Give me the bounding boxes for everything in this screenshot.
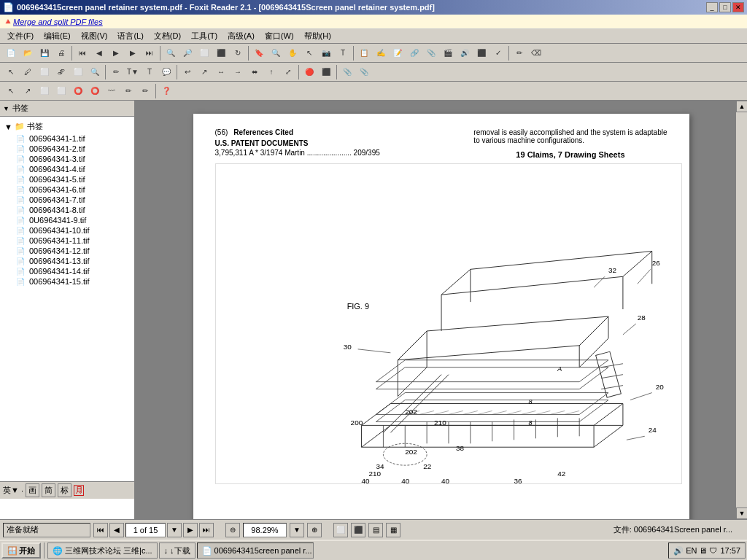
annot-btn21[interactable]: 📎	[356, 64, 372, 80]
print-button[interactable]: 🖨	[53, 45, 69, 61]
form-button[interactable]: 📋	[356, 45, 372, 61]
menu-advanced[interactable]: 高级(A)	[223, 29, 259, 43]
fit-page-button[interactable]: ⬛	[213, 45, 229, 61]
annot-btn15[interactable]: ⬌	[247, 64, 263, 80]
annot-btn3[interactable]: ⬜	[36, 64, 53, 80]
view-btn4[interactable]: ▦	[386, 523, 400, 537]
maximize-button[interactable]: □	[719, 2, 731, 12]
taskbar-btn-pdf[interactable]: 📄 0069643415creen panel r...	[197, 542, 314, 559]
link-button[interactable]: 🔗	[406, 45, 422, 61]
sidebar-item-6[interactable]: 📄006964341-6.tif	[13, 184, 133, 195]
view-btn1[interactable]: ⬜	[333, 523, 348, 537]
annot-btn10[interactable]: 💬	[158, 64, 174, 80]
first-page-nav[interactable]: ⏮	[93, 523, 108, 537]
fit-width-button[interactable]: ⬜	[196, 45, 212, 61]
draw-btn5[interactable]: ⭕	[70, 83, 86, 99]
sidebar-item-2[interactable]: 📄006964341-2.tif	[13, 144, 133, 154]
menu-view[interactable]: 视图(V)	[77, 29, 112, 43]
draw-btn2[interactable]: ↗	[20, 83, 36, 99]
annot-btn20[interactable]: 📎	[339, 64, 355, 80]
draw-btn3[interactable]: ⬜	[36, 83, 53, 99]
annot-btn13[interactable]: ↔	[213, 64, 229, 80]
menu-tools[interactable]: 工具(T)	[187, 29, 222, 43]
ime-btn-draw[interactable]: 画	[26, 483, 39, 497]
open-button[interactable]: 📂	[20, 45, 36, 61]
menu-document[interactable]: 文档(D)	[150, 29, 185, 43]
sign-button[interactable]: ✍	[373, 45, 389, 61]
draw-btn8[interactable]: ✏	[120, 83, 136, 99]
annot-btn19[interactable]: ⬛	[318, 64, 334, 80]
annot-btn9[interactable]: T	[142, 64, 158, 80]
annot-btn4[interactable]: 🖇	[53, 64, 69, 80]
select-button[interactable]: ↖	[301, 45, 317, 61]
movie-button[interactable]: 🎬	[440, 45, 456, 61]
annot-btn8[interactable]: T▼	[125, 64, 141, 80]
first-page-button[interactable]: ⏮	[74, 45, 90, 61]
ime-btn-simplified[interactable]: 简	[42, 483, 55, 497]
annot-btn5[interactable]: ⬜	[70, 64, 86, 80]
taskbar-btn-forum[interactable]: 🌐 三维网技术论坛 三维|c...	[47, 542, 158, 559]
select-annot-button[interactable]: ↖	[3, 64, 19, 80]
bookmark-button[interactable]: 🔖	[251, 45, 267, 61]
sound-button[interactable]: 🔊	[457, 45, 473, 61]
pencil-icon[interactable]: ✏	[511, 45, 527, 61]
view-btn2[interactable]: ⬛	[351, 523, 365, 537]
annot-btn17[interactable]: ⤢	[280, 64, 296, 80]
zoom-out-status[interactable]: ⊖	[225, 523, 240, 537]
play-button[interactable]: ▶	[108, 45, 124, 61]
page-input[interactable]: 1 of 15	[125, 523, 166, 537]
note-button[interactable]: 📝	[390, 45, 406, 61]
sidebar-item-13[interactable]: 📄006964341-13.tif	[13, 256, 133, 266]
annot-btn16[interactable]: ↑	[263, 64, 279, 80]
next-page-button[interactable]: ▶	[125, 45, 141, 61]
zoom-out-button[interactable]: 🔍	[163, 45, 179, 61]
sidebar-item-14[interactable]: 📄006964341-14.tif	[13, 266, 133, 276]
last-page-nav[interactable]: ⏭	[199, 523, 214, 537]
menu-help[interactable]: 帮助(H)	[300, 29, 336, 43]
snapshot-button[interactable]: 📷	[318, 45, 334, 61]
zoom-in-button[interactable]: 🔎	[179, 45, 196, 61]
scroll-down-button[interactable]: ▼	[736, 508, 747, 519]
scroll-up-button[interactable]: ▲	[736, 101, 747, 112]
ime-btn-standard[interactable]: 标	[58, 483, 71, 497]
stamp-button[interactable]: 🔴	[301, 64, 317, 80]
annot-btn14[interactable]: →	[230, 64, 246, 80]
checkmark-button[interactable]: ✓	[490, 45, 506, 61]
redact-button[interactable]: ⬛	[473, 45, 489, 61]
prev-page-nav[interactable]: ◀	[109, 523, 124, 537]
tree-root[interactable]: ▼ 📁 书签	[1, 120, 133, 133]
prev-page-button[interactable]: ◀	[91, 45, 107, 61]
eraser-icon[interactable]: ⌫	[528, 45, 544, 61]
view-btn3[interactable]: ▤	[368, 523, 383, 537]
draw-btn7[interactable]: 〰	[104, 83, 120, 99]
start-button[interactable]: 🪟 开始	[1, 542, 41, 559]
next-page-nav[interactable]: ▶	[183, 523, 198, 537]
menu-file[interactable]: 文件(F)	[3, 29, 38, 43]
sidebar-item-1[interactable]: 📄006964341-1.tif	[13, 133, 133, 144]
annot-btn7[interactable]: ✏	[108, 64, 124, 80]
dropdown-page[interactable]: ▼	[167, 523, 182, 537]
minimize-button[interactable]: _	[706, 2, 718, 12]
annot-btn6[interactable]: 🔍	[87, 64, 103, 80]
sidebar-item-12[interactable]: 📄006964341-12.tif	[13, 246, 133, 256]
ime-icon[interactable]: 🈷	[74, 485, 84, 497]
sidebar-item-8[interactable]: 📄006964341-8.tif	[13, 205, 133, 215]
menu-language[interactable]: 语言(L)	[113, 29, 147, 43]
rotate-button[interactable]: ↻	[230, 45, 246, 61]
zoom-dropdown[interactable]: ▼	[290, 523, 304, 537]
zoom-in-status[interactable]: ⊕	[307, 523, 322, 537]
new-button[interactable]: 📄	[3, 45, 19, 61]
sidebar-item-9[interactable]: 📄0U6964341-9.tif	[13, 215, 133, 225]
menu-window[interactable]: 窗口(W)	[260, 29, 298, 43]
attach-button[interactable]: 📎	[423, 45, 439, 61]
hand-button[interactable]: ✋	[285, 45, 301, 61]
annot-btn2[interactable]: 🖊	[20, 64, 36, 80]
last-page-button[interactable]: ⏭	[142, 45, 158, 61]
menu-edit[interactable]: 编辑(E)	[39, 29, 75, 43]
type-button[interactable]: T	[335, 45, 351, 61]
save-button[interactable]: 💾	[36, 45, 53, 61]
annot-btn12[interactable]: ↗	[196, 64, 212, 80]
draw-btn4[interactable]: ⬜	[53, 83, 69, 99]
find-button[interactable]: 🔍	[268, 45, 284, 61]
draw-btn1[interactable]: ↖	[3, 83, 19, 99]
